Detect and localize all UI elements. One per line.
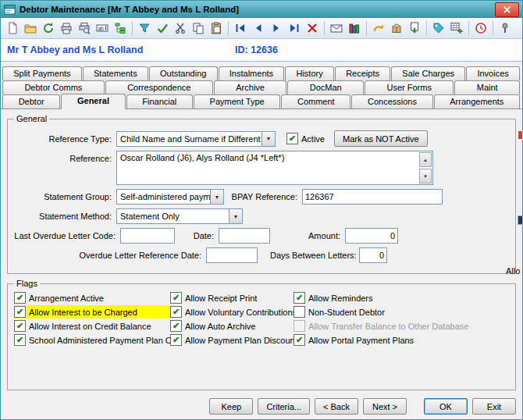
checkbox-allow-interest-to-be-charged[interactable]: ✔Allow Interest to be Charged [14, 305, 170, 319]
tab-invoices[interactable]: Invoices [466, 66, 520, 80]
toolbar-separator [132, 21, 133, 35]
back-button[interactable]: < Back [315, 398, 358, 415]
days-between-letters-label: Days Between Letters: [270, 251, 359, 260]
tab-statements[interactable]: Statements [83, 66, 148, 80]
amount-value: 0 [390, 231, 395, 240]
app-icon [4, 4, 16, 16]
tab-archive[interactable]: Archive [214, 80, 286, 94]
tab-history[interactable]: History [285, 66, 334, 80]
checkbox-non-student-debtor[interactable]: Non-Student Debtor [294, 305, 498, 319]
flag-label: Allow Auto Archive [185, 322, 256, 331]
checkbox-allow-portal-payment-plans[interactable]: ✔Allow Portal Payment Plans [294, 333, 498, 347]
tab-receipts[interactable]: Receipts [335, 66, 390, 80]
svg-text:ab: ab [98, 26, 105, 31]
amount-input[interactable]: 0 [345, 228, 398, 244]
checkbox-allow-receipt-print[interactable]: ✔Allow Receipt Print [170, 291, 294, 304]
new-document-icon[interactable] [5, 20, 20, 36]
tab-comment[interactable]: Comment [281, 94, 350, 109]
tab-sale-charges[interactable]: Sale Charges [391, 66, 465, 80]
flags-groupbox: Flags ✔Arrangement Active✔Allow Interest… [7, 279, 516, 390]
ok-button[interactable]: OK [424, 398, 468, 415]
copy-icon[interactable] [190, 20, 206, 36]
statement-method-select[interactable]: Statement Only ▼ [116, 208, 243, 224]
spinner-down-icon[interactable]: ▼ [419, 169, 432, 183]
paste-icon[interactable] [208, 20, 224, 36]
checkbox-allow-reminders[interactable]: ✔Allow Reminders [294, 291, 498, 304]
next-record-icon[interactable] [269, 20, 284, 36]
print-preview-icon[interactable] [76, 20, 92, 36]
package-box-icon[interactable] [389, 20, 404, 36]
statement-group-select[interactable]: Self-administered payment ▼ [116, 189, 224, 205]
tab-correspondence[interactable]: Correspondence [105, 80, 213, 94]
tab-outstanding[interactable]: Outstanding [149, 66, 218, 80]
checkbox-school-administered-payment-plan-only[interactable]: ✔School Administered Payment Plan Only [14, 333, 170, 347]
checkbox-allow-voluntary-contributions[interactable]: ✔Allow Voluntary Contributions [170, 305, 294, 319]
tab-general[interactable]: General [61, 94, 125, 109]
checkbox-allow-payment-plan-discount[interactable]: ✔Allow Payment Plan Discount [170, 333, 294, 347]
bpay-reference-label: BPAY Reference: [229, 192, 302, 201]
overdue-letter-reference-date-label: Overdue Letter Reference Date: [14, 251, 206, 260]
cut-icon[interactable] [173, 20, 188, 36]
tab-payment-type[interactable]: Payment Type [194, 94, 280, 109]
last-record-icon[interactable] [286, 20, 302, 36]
chevron-down-icon[interactable]: ▼ [210, 190, 223, 204]
checkbox-active[interactable]: ✔ Active [286, 133, 325, 144]
debtor-maintenance-window: Debtor Maintenance [Mr T Abbey and Ms L … [0, 0, 523, 420]
keep-button[interactable]: Keep [209, 398, 253, 415]
chevron-down-icon[interactable]: ▼ [262, 132, 275, 146]
tab-split-payments[interactable]: Split Payments [2, 66, 82, 80]
tab-arrangements[interactable]: Arrangements [434, 94, 520, 109]
tab-debtor[interactable]: Debtor [2, 94, 60, 109]
tab-debtor-comms[interactable]: Debtor Comms [2, 80, 105, 94]
screen-edge-artifact-red [518, 130, 523, 140]
tab-row-1: Split PaymentsStatementsOutstandingInsta… [2, 66, 521, 80]
open-folder-icon[interactable] [23, 20, 38, 36]
delete-record-icon[interactable] [304, 20, 320, 36]
confirm-check-icon[interactable] [155, 20, 170, 36]
tab-financial[interactable]: Financial [126, 94, 193, 109]
reference-type-select[interactable]: Child Name and Surname if Different ▼ [116, 131, 276, 147]
field-abl-icon[interactable]: ab [94, 20, 110, 36]
prev-record-icon[interactable] [251, 20, 266, 36]
grid-add-icon[interactable] [449, 20, 464, 36]
first-record-icon[interactable] [233, 20, 248, 36]
checkbox-allow-interest-on-credit-balance[interactable]: ✔Allow Interest on Credit Balance [14, 319, 170, 333]
export-download-icon[interactable] [407, 20, 422, 36]
chevron-down-icon[interactable]: ▼ [229, 209, 242, 223]
exit-button[interactable]: Exit [472, 398, 516, 415]
reference-spinner: ▲ ▼ [419, 152, 432, 183]
funnel-filter-icon[interactable] [137, 20, 152, 36]
spinner-up-icon[interactable]: ▲ [419, 152, 432, 167]
print-icon[interactable] [59, 20, 74, 36]
envelope-icon[interactable] [329, 20, 344, 36]
pin-icon[interactable] [497, 20, 513, 36]
next-button[interactable]: Next > [363, 398, 407, 415]
close-button[interactable] [495, 2, 519, 17]
flags-group-label: Flags [14, 279, 40, 288]
reference-input[interactable]: Oscar Rolland (J6), Alys Rolland (J4 *Le… [116, 151, 433, 185]
tag-label-icon[interactable] [431, 20, 447, 36]
tab-user-forms[interactable]: User Forms [365, 80, 454, 94]
days-between-letters-input[interactable]: 0 [359, 247, 387, 263]
window-titlebar[interactable]: Debtor Maintenance [Mr T Abbey and Ms L … [1, 1, 522, 18]
date-input[interactable] [219, 228, 270, 244]
last-overdue-letter-code-input[interactable] [120, 228, 175, 244]
toolbar-separator [426, 21, 427, 35]
tree-view-icon[interactable] [112, 20, 128, 36]
books-icon[interactable] [347, 20, 362, 36]
mark-as-not-active-button[interactable]: Mark as NOT Active [334, 130, 428, 147]
criteria-button[interactable]: Criteria... [258, 398, 310, 415]
tab-maint[interactable]: Maint [454, 80, 520, 94]
history-clock-icon[interactable] [473, 20, 489, 36]
undo-arrow-icon[interactable] [371, 20, 386, 36]
statement-method-label: Statement Method: [14, 212, 116, 221]
general-tab-page: General Reference Type: Child Name and S… [1, 109, 522, 419]
bpay-reference-input[interactable]: 126367 [302, 189, 443, 205]
tab-concessions[interactable]: Concessions [351, 94, 432, 109]
checkbox-allow-auto-archive[interactable]: ✔Allow Auto Archive [170, 319, 294, 333]
overdue-letter-reference-date-input[interactable] [206, 247, 258, 263]
tab-instalments[interactable]: Instalments [219, 66, 285, 80]
refresh-icon[interactable] [41, 20, 56, 36]
tab-docman[interactable]: DocMan [287, 80, 364, 94]
checkbox-arrangement-active[interactable]: ✔Arrangement Active [14, 291, 170, 304]
